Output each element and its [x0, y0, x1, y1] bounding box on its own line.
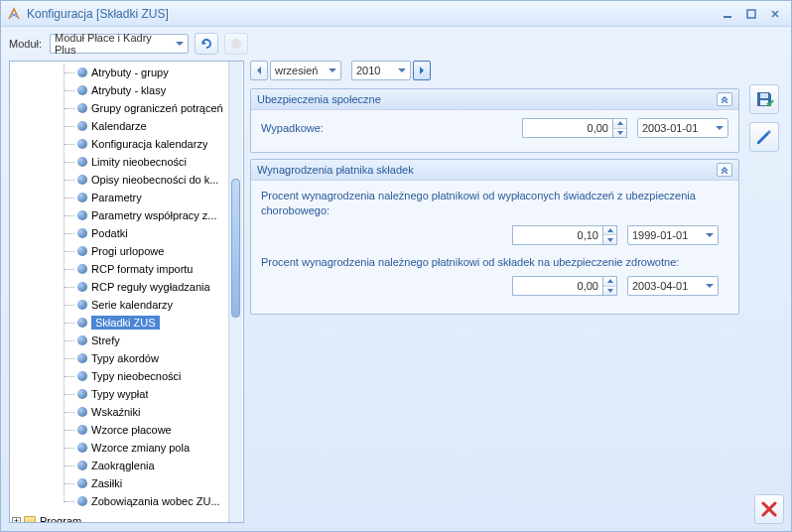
scrollbar-thumb[interactable]: [231, 179, 240, 318]
tree-item-label: Zobowiązania wobec ZU...: [91, 495, 220, 507]
sickness-percent-input[interactable]: [512, 225, 603, 245]
accident-spinner[interactable]: [613, 118, 627, 138]
collapse-button[interactable]: [717, 92, 732, 106]
next-month-button[interactable]: [413, 61, 431, 80]
bullet-icon: [77, 461, 87, 470]
health-percent-input[interactable]: [512, 276, 603, 296]
tree-item[interactable]: Atrybuty - klasy: [10, 81, 243, 99]
tree-item[interactable]: Grupy ograniczeń potrąceń: [10, 99, 243, 117]
tree-item[interactable]: Wskaźniki: [10, 403, 243, 421]
module-select[interactable]: Moduł Płace i Kadry Plus: [50, 34, 189, 54]
tree-item-label: Wzorce zmiany pola: [91, 442, 190, 454]
edit-button[interactable]: [749, 122, 779, 152]
bullet-icon: [77, 246, 87, 256]
bullet-icon: [77, 425, 87, 435]
bullet-icon: [77, 443, 87, 453]
folder-icon: [24, 516, 36, 522]
accident-date-select[interactable]: 2003-01-01: [637, 118, 728, 138]
tree-item[interactable]: Typy wypłat: [10, 385, 243, 403]
app-icon: [7, 7, 21, 21]
sickness-spinner[interactable]: [603, 225, 617, 245]
minimize-button[interactable]: [718, 6, 737, 22]
panel-payer-remuneration: Wynagrodzenia płatnika składek Procent w…: [250, 159, 739, 315]
tree-item[interactable]: Parametry współpracy z...: [10, 206, 243, 224]
panel-social-insurance: Ubezpieczenia społeczne Wypadkowe: 2003-…: [250, 88, 739, 153]
tree-item-label: Typy nieobecności: [91, 370, 182, 382]
bullet-icon: [77, 139, 87, 149]
bullet-icon: [77, 407, 87, 417]
tree-item[interactable]: Wzorce płacowe: [10, 421, 243, 439]
tree-item[interactable]: Parametry: [10, 189, 243, 206]
tree-item[interactable]: Atrybuty - grupy: [10, 64, 243, 81]
svg-rect-0: [724, 16, 731, 18]
svg-point-2: [231, 39, 241, 49]
toolbar: Moduł: Moduł Płace i Kadry Plus: [1, 27, 791, 61]
tree-item[interactable]: Zaokrąglenia: [10, 457, 243, 474]
tree-item-label: Atrybuty - klasy: [91, 84, 166, 96]
tree-root-program[interactable]: +Program: [10, 512, 243, 522]
tree-item[interactable]: Limity nieobecności: [10, 153, 243, 171]
scrollbar[interactable]: [228, 62, 242, 522]
bullet-icon: [77, 67, 87, 77]
accident-label: Wypadkowe:: [261, 122, 522, 134]
tree-item[interactable]: Konfiguracja kalendarzy: [10, 135, 243, 153]
bullet-icon: [77, 175, 87, 185]
prev-month-button[interactable]: [250, 61, 268, 80]
health-spinner[interactable]: [603, 276, 617, 296]
tree-item[interactable]: Typy nieobecności: [10, 367, 243, 385]
tree-item-label: Parametry współpracy z...: [91, 209, 217, 221]
health-percent-label: Procent wynagrodzenia należnego płatniko…: [261, 255, 728, 270]
tree-item[interactable]: RCP formaty importu: [10, 260, 243, 278]
collapse-button[interactable]: [717, 163, 732, 177]
tree-item[interactable]: Kalendarze: [10, 117, 243, 135]
maximize-button[interactable]: [741, 6, 761, 22]
tree-item-label: Wskaźniki: [91, 406, 141, 418]
bullet-icon: [77, 496, 87, 506]
tree-item-label: Typy wypłat: [91, 388, 148, 400]
refresh-button[interactable]: [195, 33, 218, 55]
bullet-icon: [77, 335, 87, 345]
tree-item-label: Atrybuty - grupy: [91, 66, 169, 78]
month-select[interactable]: wrzesień: [270, 61, 341, 80]
tree-item-label: Podatki: [91, 227, 128, 239]
tree-item[interactable]: Progi urlopowe: [10, 242, 243, 260]
tree-item[interactable]: Składki ZUS: [10, 314, 243, 332]
tree-item[interactable]: Zobowiązania wobec ZU...: [10, 492, 243, 510]
tree-item-label: Zaokrąglenia: [91, 460, 155, 471]
year-select[interactable]: 2010: [351, 61, 411, 80]
tree-item-label: Zasiłki: [91, 477, 122, 489]
bullet-icon: [77, 264, 87, 274]
tree-item-label: Opisy nieobecności do k...: [91, 174, 218, 186]
save-button[interactable]: [749, 84, 779, 114]
sidebar-tree[interactable]: Atrybuty - grupyAtrybuty - klasyGrupy og…: [9, 61, 244, 523]
tree-item[interactable]: Zasiłki: [10, 474, 243, 492]
tree-item-label: Program: [40, 515, 81, 522]
bullet-icon: [77, 157, 87, 167]
tree-item[interactable]: Wzorce zmiany pola: [10, 439, 243, 457]
tree-item-label: Wzorce płacowe: [91, 424, 172, 436]
tree-item[interactable]: Podatki: [10, 224, 243, 242]
tree-item[interactable]: Serie kalendarzy: [10, 296, 243, 314]
bullet-icon: [77, 210, 87, 220]
bullet-icon: [77, 300, 87, 310]
tree-item-label: Typy akordów: [91, 352, 159, 364]
sickness-percent-label: Procent wynagrodzenia należnego płatniko…: [261, 189, 728, 219]
bullet-icon: [77, 103, 87, 113]
close-button[interactable]: [765, 6, 785, 22]
cancel-button[interactable]: [754, 494, 784, 524]
panel-title: Wynagrodzenia płatnika składek: [257, 164, 717, 176]
bullet-icon: [77, 371, 87, 381]
health-date-select[interactable]: 2003-04-01: [627, 276, 719, 296]
bullet-icon: [77, 228, 87, 238]
svg-rect-3: [760, 93, 768, 98]
tree-item-label: Kalendarze: [91, 120, 147, 132]
tree-item[interactable]: Opisy nieobecności do k...: [10, 171, 243, 189]
tree-item-label: Progi urlopowe: [91, 245, 164, 257]
tree-item[interactable]: RCP reguły wygładzania: [10, 278, 243, 296]
expander-icon[interactable]: +: [12, 517, 21, 523]
tree-item[interactable]: Typy akordów: [10, 349, 243, 367]
accident-value-input[interactable]: [522, 118, 613, 138]
tree-item[interactable]: Strefy: [10, 332, 243, 349]
sickness-date-select[interactable]: 1999-01-01: [627, 225, 719, 245]
bullet-icon: [77, 353, 87, 363]
